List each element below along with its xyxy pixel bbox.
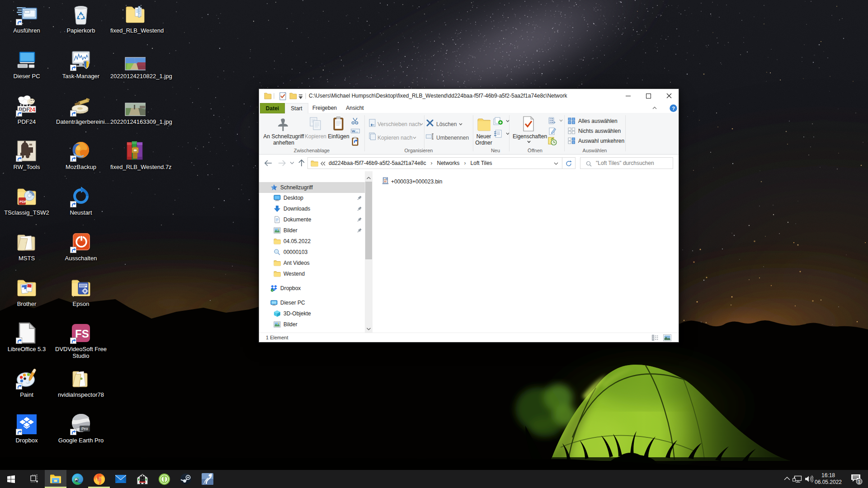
svg-text:Pro: Pro bbox=[81, 426, 88, 431]
svg-text:1: 1 bbox=[858, 479, 861, 484]
svg-text:W...: W... bbox=[352, 129, 358, 133]
svg-text:PDF: PDF bbox=[19, 200, 27, 204]
svg-text:24: 24 bbox=[29, 107, 35, 113]
svg-text:?: ? bbox=[672, 106, 675, 111]
svg-text:FS: FS bbox=[75, 328, 89, 340]
